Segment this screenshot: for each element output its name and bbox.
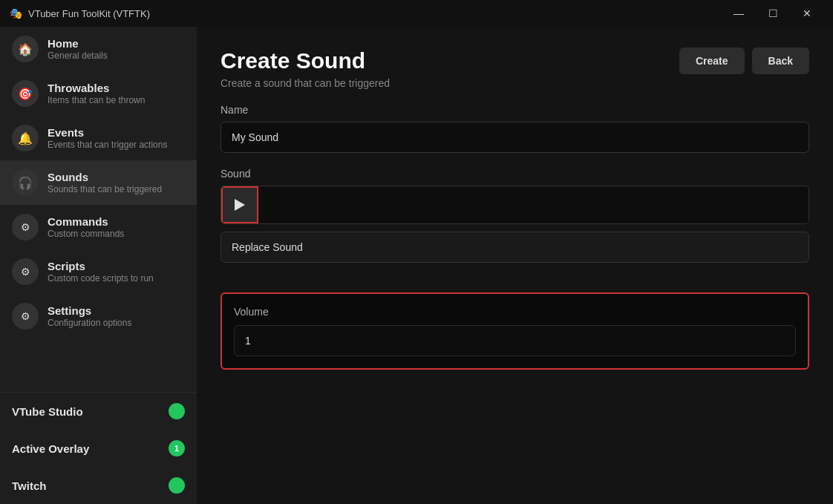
active-overlay-label: Active Overlay (12, 442, 89, 455)
page-subtitle: Create a sound that can be triggered (220, 77, 390, 89)
minimize-button[interactable]: — (722, 0, 756, 27)
active-overlay-badge: 1 (169, 440, 185, 456)
events-icon: 🔔 (12, 125, 39, 151)
sidebar-label-sounds: Sounds (48, 171, 162, 183)
maximize-button[interactable]: ☐ (756, 0, 790, 27)
sidebar-label-throwables: Throwables (48, 82, 145, 94)
window-controls: — ☐ ✕ (722, 0, 824, 27)
sidebar-sublabel-events: Events that can trigger actions (48, 140, 167, 150)
vtube-studio-status (169, 403, 185, 419)
header-buttons: Create Back (679, 48, 809, 74)
sound-waveform (258, 186, 808, 223)
sidebar-item-events[interactable]: 🔔 Events Events that can trigger actions (0, 116, 197, 160)
form-area: Name Sound Replace Sound Volume (197, 104, 833, 393)
sidebar-item-active-overlay[interactable]: Active Overlay 1 (0, 430, 197, 467)
sidebar-item-scripts[interactable]: ⚙ Scripts Custom code scripts to run (0, 249, 197, 294)
app-title: VTuber Fun ToolKit (VTFTK) (28, 8, 722, 19)
app-logo: 🎭 (9, 7, 22, 20)
name-section: Name (220, 104, 809, 153)
sidebar-label-scripts: Scripts (48, 260, 154, 272)
name-label: Name (220, 104, 809, 116)
back-button[interactable]: Back (752, 48, 809, 74)
sidebar-sublabel-settings: Configuration options (48, 318, 131, 328)
name-input[interactable] (220, 122, 809, 153)
replace-sound-button[interactable]: Replace Sound (220, 232, 809, 263)
sidebar-item-throwables[interactable]: 🎯 Throwables Items that can be thrown (0, 71, 197, 116)
twitch-status (169, 477, 185, 494)
sidebar-sublabel-commands: Custom commands (48, 229, 124, 239)
vtube-studio-label: VTube Studio (12, 405, 83, 418)
sidebar-label-home: Home (48, 37, 108, 50)
sidebar-item-commands[interactable]: ⚙ Commands Custom commands (0, 205, 197, 249)
scripts-icon: ⚙ (12, 258, 39, 285)
commands-icon: ⚙ (12, 214, 39, 240)
sidebar-item-home[interactable]: 🏠 Home General details (0, 27, 197, 71)
sidebar-item-twitch[interactable]: Twitch (0, 467, 197, 504)
settings-icon: ⚙ (12, 303, 39, 330)
sidebar-label-commands: Commands (48, 215, 124, 228)
sidebar-sublabel-home: General details (48, 50, 108, 61)
sounds-icon: 🎧 (12, 169, 39, 196)
sidebar-item-vtube-studio[interactable]: VTube Studio (0, 393, 197, 430)
sidebar-bottom: VTube Studio Active Overlay 1 Twitch (0, 392, 197, 504)
throwables-icon: 🎯 (12, 80, 39, 107)
content-header: Create Sound Create a sound that can be … (197, 27, 833, 104)
sidebar-label-settings: Settings (48, 304, 131, 317)
main-layout: 🏠 Home General details 🎯 Throwables Item… (0, 27, 833, 504)
svg-marker-0 (235, 199, 245, 211)
play-button[interactable] (221, 186, 258, 223)
sidebar: 🏠 Home General details 🎯 Throwables Item… (0, 27, 197, 504)
content-area: Create Sound Create a sound that can be … (197, 27, 833, 504)
close-button[interactable]: ✕ (790, 0, 824, 27)
sidebar-sublabel-scripts: Custom code scripts to run (48, 273, 154, 284)
create-button[interactable]: Create (679, 48, 745, 74)
titlebar: 🎭 VTuber Fun ToolKit (VTFTK) — ☐ ✕ (0, 0, 833, 27)
twitch-label: Twitch (12, 480, 46, 492)
sidebar-sublabel-throwables: Items that can be thrown (48, 95, 145, 105)
sidebar-sublabel-sounds: Sounds that can be triggered (48, 184, 162, 194)
sidebar-item-settings[interactable]: ⚙ Settings Configuration options (0, 294, 197, 338)
home-icon: 🏠 (12, 36, 39, 62)
sound-label: Sound (220, 168, 809, 180)
page-title: Create Sound (220, 48, 390, 74)
sidebar-item-sounds[interactable]: 🎧 Sounds Sounds that can be triggered (0, 160, 197, 205)
volume-input[interactable] (234, 325, 796, 356)
volume-label: Volume (234, 306, 796, 318)
sound-section: Sound Replace Sound (220, 168, 809, 278)
volume-section: Volume (220, 292, 809, 370)
sound-row (220, 186, 809, 224)
play-icon (235, 199, 245, 211)
sidebar-label-events: Events (48, 126, 167, 139)
